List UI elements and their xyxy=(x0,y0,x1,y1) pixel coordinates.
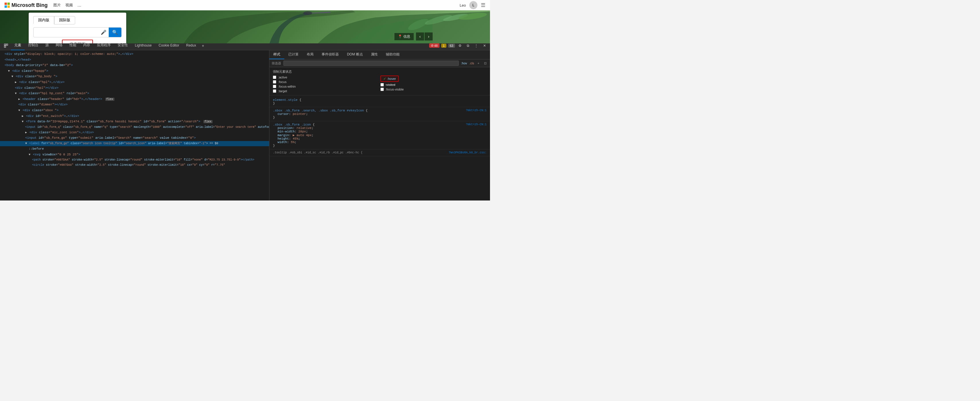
tab-add-button[interactable]: + xyxy=(199,43,206,48)
filter-input[interactable] xyxy=(283,61,459,66)
dom-line-15[interactable]: <input id="sb_form_go" type="submit" ari… xyxy=(0,135,269,141)
css-tooltip-selector: .tooltip .#sb_sbi .#id_sc .#id_rb .#id_p… xyxy=(273,151,362,154)
state-grid: :active :focus :focus-within xyxy=(273,75,487,93)
filter-cls[interactable]: .cls xyxy=(469,61,474,65)
search-overlay: 国内版 国际版 🎤 🔍 搜索网页 xyxy=(29,13,126,43)
dom-line-19[interactable]: <path stroke="#007DAA" stroke-width="2.5… xyxy=(0,157,269,163)
styles-tab-dombreakpoints[interactable]: DOM 断点 xyxy=(343,50,367,59)
dom-line-5[interactable]: ▶ <div class="hpl">…</div> xyxy=(0,80,269,85)
warn-badge: 1 xyxy=(441,44,446,48)
filter-add-button[interactable]: + xyxy=(477,61,480,66)
dom-line-4[interactable]: ▼ <div class="hp_body "> xyxy=(0,74,269,80)
ms-square-red xyxy=(5,3,7,5)
dom-line-10[interactable]: ▼ <div class="sbox "> xyxy=(0,108,269,113)
styles-tab-properties[interactable]: 属性 xyxy=(367,50,382,59)
dom-line-1[interactable]: <head>…</head> xyxy=(0,57,269,63)
styles-tab-eventlisteners[interactable]: 事件侦听器 xyxy=(318,50,343,59)
filter-label: 筛选器 xyxy=(272,61,281,66)
css-source-tooltip[interactable]: 7Wv3PKSBsRA_k0_br.css: xyxy=(449,151,487,154)
error-count: 48 xyxy=(434,44,438,47)
flex-badge: flex xyxy=(105,97,115,101)
nav-link-images[interactable]: 图片 xyxy=(53,3,61,8)
dom-line-9[interactable]: <div class="dimmer"></div> xyxy=(0,102,269,108)
hover-box: ✓ :hover xyxy=(380,75,399,82)
css-rule-tooltip: .tooltip .#sb_sbi .#id_sc .#id_rb .#id_p… xyxy=(269,149,490,156)
dom-line-0[interactable]: <div style="display: block; opacity: 1; … xyxy=(0,51,269,57)
css-selector-2: .sbox .sb_form .icon { ?mkt=zh-CN:1 xyxy=(273,123,487,126)
devtools-main: <div style="display: block; opacity: 1; … xyxy=(0,50,490,200)
prev-arrow-button[interactable]: ‹ xyxy=(416,32,424,40)
css-closing-1: } xyxy=(273,116,487,119)
dom-line-16-selected[interactable]: ▼ <label for="sb_form_go" class="search … xyxy=(0,141,269,146)
search-input[interactable] xyxy=(33,29,99,37)
svg-rect-7 xyxy=(4,46,6,47)
svg-rect-5 xyxy=(4,44,6,45)
styles-tab-layout[interactable]: 布局 xyxy=(303,50,318,59)
svg-point-0 xyxy=(303,11,312,15)
search-tabs: 国内版 国际版 xyxy=(33,16,122,24)
user-avatar[interactable]: L xyxy=(469,1,477,9)
mic-icon[interactable]: 🎤 xyxy=(99,28,109,37)
state-focus-visible-label: :focus-visible xyxy=(386,88,404,91)
dom-line-18[interactable]: ▼ <svg viewBox="0 0 25 25"> xyxy=(0,152,269,158)
state-focus-checkbox[interactable] xyxy=(273,80,276,84)
css-prop-min-width: min-width: 28px; xyxy=(273,130,487,133)
ms-square-yellow xyxy=(8,5,10,8)
menu-icon[interactable]: ☰ xyxy=(481,2,485,8)
dom-line-8[interactable]: ▶ <header class="header" id="hdr">…</hea… xyxy=(0,96,269,102)
warn-count: 1 xyxy=(443,44,445,47)
filter-hov[interactable]: :hov xyxy=(461,61,467,65)
tab-international[interactable]: 国际版 xyxy=(54,16,75,24)
state-focus: :focus xyxy=(273,80,379,84)
css-prop-position: position: relative; xyxy=(273,126,487,130)
next-arrow-button[interactable]: › xyxy=(425,32,433,40)
browser-container: Microsoft Bing 图片 视频 ... Leo L ☰ xyxy=(0,0,490,200)
dom-line-17[interactable]: ::before xyxy=(0,146,269,152)
location-info-button[interactable]: 📍 信息 xyxy=(395,33,414,40)
css-prop-width: width: 5%; xyxy=(273,141,487,144)
css-source-2[interactable]: ?mkt=zh-CN:1 xyxy=(466,123,487,126)
search-web-button[interactable]: 搜索网页 xyxy=(62,40,93,43)
dom-line-12[interactable]: ▼ <form data-h="ID=HpApp,21474.1" class=… xyxy=(0,119,269,125)
state-focus-within-checkbox[interactable] xyxy=(273,85,276,88)
dom-line-14[interactable]: ▶ <div class="mic_cont icon">…</div> xyxy=(0,130,269,136)
dom-line-20[interactable]: <circle stroke="#007DAA" stroke-width="2… xyxy=(0,163,269,168)
styles-tab-accessibility[interactable]: 辅助功能 xyxy=(382,50,404,59)
styles-panel: 样式 已计算 布局 事件侦听器 DOM 断点 属性 辅助功能 筛选器 :hov … xyxy=(269,50,490,200)
styles-tab-styles[interactable]: 样式 xyxy=(269,50,284,59)
state-focus-within-label: :focus-within xyxy=(278,85,296,88)
state-focus-label: :focus xyxy=(278,80,286,84)
state-focus-visible-checkbox[interactable] xyxy=(380,88,384,91)
dom-line-6[interactable]: <div class="hpl"></div> xyxy=(0,85,269,91)
css-selector-1: .sbox .sb_form .search, .sbox .sb_form #… xyxy=(273,109,487,112)
bing-nav-links: 图片 视频 ... xyxy=(53,3,81,8)
dom-line-11[interactable]: ▶ <div id="est_switch">…</div> xyxy=(0,113,269,119)
dom-line-2[interactable]: <body data-priority="2" data-bm="2"> xyxy=(0,62,269,69)
state-active-checkbox[interactable] xyxy=(273,75,276,79)
tab-domestic[interactable]: 国内版 xyxy=(33,16,54,24)
bing-nav-right: Leo L ☰ xyxy=(460,1,485,9)
dom-panel[interactable]: <div style="display: block; opacity: 1; … xyxy=(0,50,269,200)
nav-more-icon[interactable]: ... xyxy=(78,3,81,8)
state-target: :target xyxy=(273,89,379,93)
nav-link-video[interactable]: 视频 xyxy=(65,3,73,8)
css-closing-2: } xyxy=(273,144,487,147)
hover-label: :hover xyxy=(387,77,396,80)
state-target-checkbox[interactable] xyxy=(273,89,276,93)
bing-navbar: Microsoft Bing 图片 视频 ... Leo L ☰ xyxy=(0,0,490,10)
dom-line-13[interactable]: <input id="sb_form_q" class="sb_form_q" … xyxy=(0,125,269,130)
state-col-left: :active :focus :focus-within xyxy=(273,75,379,93)
dom-line-7[interactable]: ▼ <div class="hpl hp_cont" role="main"> xyxy=(0,91,269,96)
css-source-1[interactable]: ?mkt=zh-CN:1 xyxy=(466,109,487,112)
css-prop-height: height: 45%; xyxy=(273,137,487,141)
styles-tab-computed[interactable]: 已计算 xyxy=(284,50,303,59)
dom-tag: <div xyxy=(5,52,12,56)
search-button[interactable]: 🔍 xyxy=(109,27,121,37)
info-count: 63 xyxy=(450,44,453,47)
bing-header: Microsoft Bing 图片 视频 ... Leo L ☰ xyxy=(0,0,490,33)
filter-expand-button[interactable]: ⊡ xyxy=(483,61,488,66)
dom-line-3[interactable]: ▼ <div class="hpapp"> xyxy=(0,69,269,74)
location-label: 信息 xyxy=(403,34,410,39)
state-visited-checkbox[interactable] xyxy=(380,83,384,86)
state-active: :active xyxy=(273,75,379,79)
